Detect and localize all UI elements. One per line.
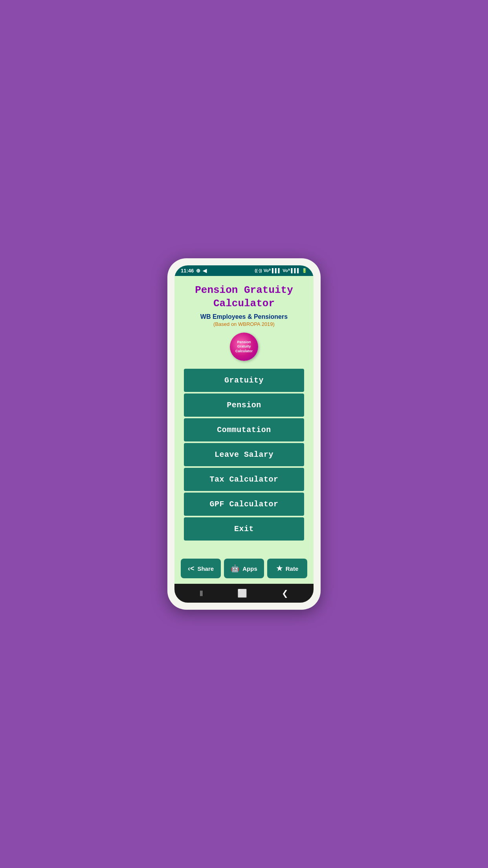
leave-salary-button[interactable]: Leave Salary xyxy=(184,443,304,466)
phone-screen: 11:46 ⊕ ◀ ((◦)) Vo⁹ ▌▌▌ Vo⁹ ▌▌▌ 🔋 Pensio… xyxy=(174,265,314,603)
home-icon[interactable]: ⬜ xyxy=(237,588,247,598)
tax-calculator-button[interactable]: Tax Calculator xyxy=(184,468,304,491)
status-right: ((◦)) Vo⁹ ▌▌▌ Vo⁹ ▌▌▌ 🔋 xyxy=(255,268,307,273)
gratuity-button[interactable]: Gratuity xyxy=(184,369,304,392)
status-bar: 11:46 ⊕ ◀ ((◦)) Vo⁹ ▌▌▌ Vo⁹ ▌▌▌ 🔋 xyxy=(174,265,314,276)
android-icon: 🤖 xyxy=(231,564,239,573)
pension-button[interactable]: Pension xyxy=(184,394,304,417)
globe-icon: ⊕ xyxy=(196,268,200,274)
battery-icon: 🔋 xyxy=(302,268,307,273)
rate-button[interactable]: ★ Rate xyxy=(267,559,307,578)
app-logo: Pension Gratuity Calculator xyxy=(230,333,258,361)
apps-button[interactable]: 🤖 Apps xyxy=(224,559,264,578)
menu-buttons: Gratuity Pension Commutation Leave Salar… xyxy=(184,369,304,541)
logo-text-line1: Pension xyxy=(237,340,251,345)
back-icon[interactable]: ❮ xyxy=(282,588,288,598)
phone-frame: 11:46 ⊕ ◀ ((◦)) Vo⁹ ▌▌▌ Vo⁹ ▌▌▌ 🔋 Pensio… xyxy=(167,258,321,610)
app-title: Pension Gratuity Calculator xyxy=(195,284,293,311)
logo-text-line3: Calculator xyxy=(235,349,253,354)
commutation-button[interactable]: Commutation xyxy=(184,418,304,441)
time-display: 11:46 xyxy=(181,268,194,274)
logo-text-line2: Gratuity xyxy=(237,344,251,349)
share-icon: ‹< xyxy=(188,565,194,573)
star-icon: ★ xyxy=(276,564,283,573)
signal-text-2: Vo⁹ xyxy=(283,268,289,273)
exit-button[interactable]: Exit xyxy=(184,517,304,541)
subtitle-small: (Based on WBROPA 2019) xyxy=(213,321,275,327)
status-left: 11:46 ⊕ ◀ xyxy=(181,268,207,274)
wifi-icon: ((◦)) xyxy=(255,268,262,273)
main-content: Pension Gratuity Calculator WB Employees… xyxy=(174,276,314,555)
app-title-line2: Calculator xyxy=(213,298,275,309)
signal-bars-1: ▌▌▌ xyxy=(272,268,281,273)
signal-bars-2: ▌▌▌ xyxy=(291,268,300,273)
bottom-toolbar: ‹< Share 🤖 Apps ★ Rate xyxy=(174,555,314,584)
gpf-calculator-button[interactable]: GPF Calculator xyxy=(184,493,304,516)
location-icon: ◀ xyxy=(203,268,207,274)
signal-text: Vo⁹ xyxy=(264,268,270,273)
app-title-line1: Pension Gratuity xyxy=(195,284,293,296)
apps-label: Apps xyxy=(242,565,257,572)
recents-icon[interactable]: ⦀ xyxy=(200,589,203,598)
nav-bar: ⦀ ⬜ ❮ xyxy=(174,584,314,603)
rate-label: Rate xyxy=(286,565,299,572)
share-label: Share xyxy=(197,565,214,572)
subtitle: WB Employees & Pensioners xyxy=(200,313,288,320)
share-button[interactable]: ‹< Share xyxy=(181,559,221,578)
